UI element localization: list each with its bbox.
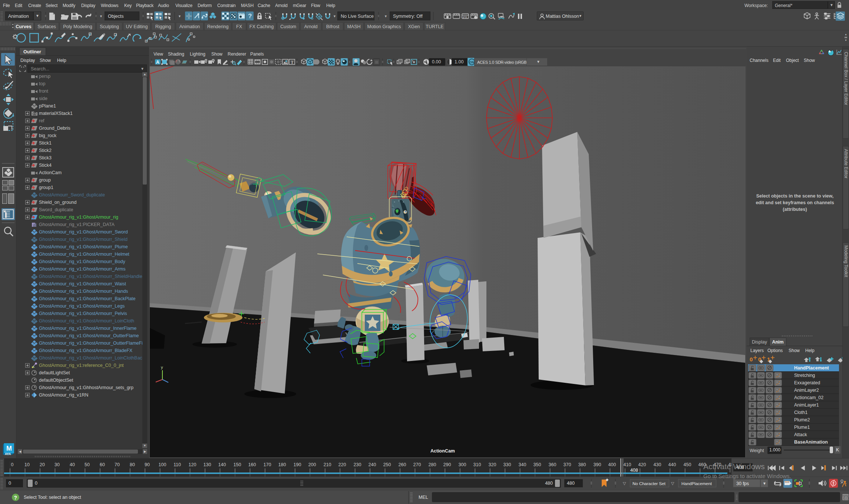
svg-text:70: 70 [115,462,120,467]
svg-text:IPR: IPR [463,16,468,19]
svg-text:400: 400 [608,462,616,467]
svg-text:100: 100 [159,462,166,467]
svg-text:220: 220 [338,462,346,467]
svg-text:160: 160 [248,462,256,467]
svg-text:?: ? [14,495,17,501]
svg-text:y: y [161,365,163,369]
svg-text:M: M [6,445,12,452]
svg-text:360: 360 [549,462,556,467]
svg-text:50: 50 [85,462,90,467]
svg-text:80: 80 [130,462,135,467]
svg-text:370: 370 [564,462,571,467]
svg-text:30: 30 [54,462,60,467]
svg-text:60: 60 [100,462,105,467]
svg-text:200: 200 [308,462,316,467]
svg-text:40: 40 [70,462,75,467]
svg-text:240: 240 [369,462,376,467]
svg-text:270: 270 [413,462,421,467]
svg-text:260: 260 [399,462,406,467]
svg-text:440: 440 [668,462,676,467]
svg-text:420: 420 [638,462,646,467]
svg-text:350: 350 [533,462,541,467]
svg-text:?: ? [248,13,252,20]
svg-text:410: 410 [624,462,631,467]
svg-text:170: 170 [264,462,271,467]
svg-text:430: 430 [654,462,661,467]
svg-text:150: 150 [234,462,241,467]
svg-text:110: 110 [174,462,181,467]
svg-text:120: 120 [189,462,196,467]
svg-text:290: 290 [443,462,451,467]
svg-text:210: 210 [324,462,331,467]
svg-text:A: A [156,60,159,65]
svg-text:320: 320 [489,462,496,467]
svg-text:90: 90 [145,462,150,467]
svg-text:ON: ON [469,60,475,64]
svg-text:T: T [291,60,294,65]
svg-text:330: 330 [503,462,511,467]
svg-text:340: 340 [519,462,526,467]
svg-text:0: 0 [11,462,14,467]
svg-text:ActionCam: ActionCam [430,448,455,454]
svg-text:20: 20 [40,462,45,467]
svg-text:380: 380 [578,462,586,467]
svg-text:408: 408 [630,468,638,473]
svg-text:390: 390 [594,462,601,467]
svg-text:280: 280 [429,462,436,467]
svg-text:180: 180 [278,462,286,467]
svg-text:140: 140 [218,462,226,467]
svg-text:310: 310 [473,462,481,467]
svg-text:230: 230 [354,462,361,467]
svg-text:10: 10 [24,462,30,467]
svg-text:AYA: AYA [5,452,11,456]
svg-text:250: 250 [383,462,391,467]
svg-text:{;}: {;} [843,497,849,500]
svg-text:130: 130 [204,462,211,467]
svg-text:450: 450 [684,462,691,467]
svg-text:300: 300 [459,462,466,467]
svg-text:190: 190 [294,462,301,467]
